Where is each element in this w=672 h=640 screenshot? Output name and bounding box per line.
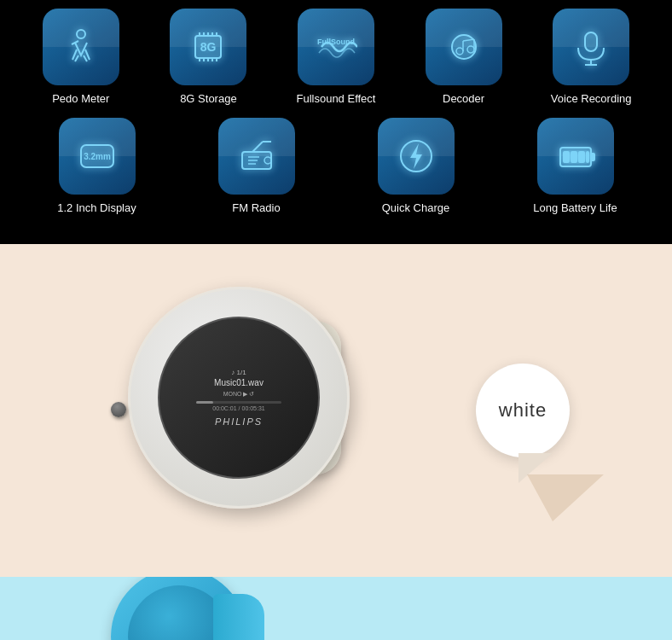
svg-rect-39 xyxy=(587,152,588,162)
decoder-label: Decoder xyxy=(443,92,484,105)
fm-radio-icon xyxy=(235,135,278,177)
white-device-section: ♪ 1/1 Music01.wav MONO ▶ ↺ 00:0C:01 / 00… xyxy=(0,244,672,577)
quick-charge-icon xyxy=(395,135,437,177)
display-icon: 3.2mm xyxy=(76,135,119,177)
svg-text:3.2mm: 3.2mm xyxy=(84,152,111,161)
feature-fm-radio: FM Radio xyxy=(201,118,312,214)
track-number: 1/1 xyxy=(237,369,246,376)
feature-long-battery-life: Long Battery Life xyxy=(520,118,631,214)
music-note-icon: ♪ xyxy=(231,369,235,376)
features-section: Pedo Meter 8G 8G Storage xyxy=(0,0,672,244)
8g-storage-icon-box: 8G xyxy=(170,9,246,85)
feature-voice-recording: Voice Recording xyxy=(536,9,646,105)
svg-rect-35 xyxy=(591,154,594,160)
decoder-icon-box xyxy=(426,9,502,85)
8g-storage-label: 8G Storage xyxy=(180,92,237,105)
side-button xyxy=(111,402,126,417)
playback-mode: MONO ▶ ↺ xyxy=(223,391,255,398)
bubble-shadow xyxy=(501,474,604,526)
display-icon-box: 3.2mm xyxy=(59,118,136,195)
blue-device-clip xyxy=(213,594,264,640)
color-label-text: white xyxy=(499,399,547,422)
pedo-meter-icon xyxy=(60,26,102,68)
quick-charge-icon-box xyxy=(378,118,455,195)
svg-marker-40 xyxy=(527,474,604,521)
fm-radio-label: FM Radio xyxy=(232,201,280,214)
quick-charge-label: Quick Charge xyxy=(382,201,449,214)
device-body: ♪ 1/1 Music01.wav MONO ▶ ↺ 00:0C:01 / 00… xyxy=(128,287,350,509)
svg-point-0 xyxy=(77,30,85,38)
svg-rect-38 xyxy=(579,152,584,162)
feature-quick-charge: Quick Charge xyxy=(361,118,472,214)
feature-8g-storage: 8G 8G Storage xyxy=(153,9,264,105)
fm-radio-icon-box xyxy=(218,118,295,195)
voice-recording-icon xyxy=(570,26,612,68)
voice-recording-icon-box xyxy=(553,9,629,85)
feature-decoder: Decoder xyxy=(408,9,519,105)
8g-storage-icon: 8G xyxy=(187,26,229,68)
long-battery-icon xyxy=(554,135,597,177)
blue-device-illustration xyxy=(111,577,298,640)
fullsound-label: Fullsound Effect xyxy=(296,92,375,105)
feature-1-2-inch-display: 3.2mm 1.2 Inch Display xyxy=(42,118,153,214)
blue-device-body xyxy=(111,577,264,640)
svg-rect-37 xyxy=(571,152,576,162)
long-battery-icon-box xyxy=(537,118,614,195)
svg-rect-36 xyxy=(564,152,569,162)
song-name: Music01.wav xyxy=(214,378,264,387)
pedo-meter-icon-box xyxy=(43,9,119,85)
blue-device-section xyxy=(0,577,672,640)
pedo-meter-label: Pedo Meter xyxy=(52,92,109,105)
decoder-icon xyxy=(443,26,485,68)
track-info: ♪ 1/1 xyxy=(231,369,246,376)
fullsound-icon-box: FullSound xyxy=(298,9,374,85)
white-device-illustration: ♪ 1/1 Music01.wav MONO ▶ ↺ 00:0C:01 / 00… xyxy=(85,270,358,560)
device-screen: ♪ 1/1 Music01.wav MONO ▶ ↺ 00:0C:01 / 00… xyxy=(158,317,320,479)
svg-text:8G: 8G xyxy=(200,40,217,54)
color-label-bubble: white xyxy=(476,364,570,457)
fullsound-icon: FullSound xyxy=(315,26,357,68)
total-time: 00:05:31 xyxy=(242,405,265,411)
feature-fullsound-effect: FullSound Fullsound Effect xyxy=(281,9,391,105)
playback-mode-text: MONO xyxy=(223,391,242,397)
progress-bar xyxy=(196,401,281,404)
elapsed-time: 00:0C:01 xyxy=(212,405,236,411)
svg-rect-20 xyxy=(585,32,597,51)
time-display: 00:0C:01 / 00:05:31 xyxy=(212,405,265,411)
voice-recording-label: Voice Recording xyxy=(551,92,632,105)
feature-pedo-meter: Pedo Meter xyxy=(26,9,136,105)
svg-line-30 xyxy=(252,142,263,152)
display-label: 1.2 Inch Display xyxy=(57,201,136,214)
brand-text: PHILIPS xyxy=(215,416,263,427)
repeat-icon: ↺ xyxy=(249,391,254,397)
long-battery-label: Long Battery Life xyxy=(533,201,617,214)
